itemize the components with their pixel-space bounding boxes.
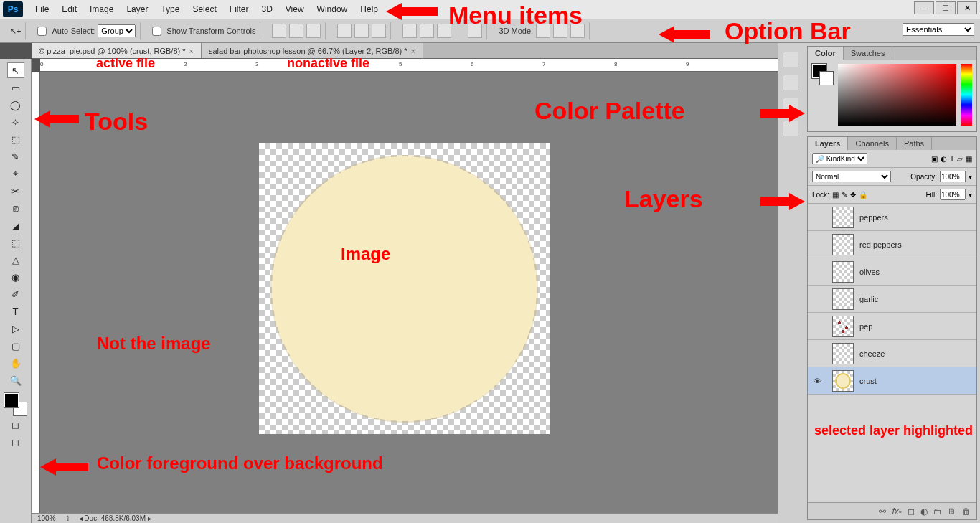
tool-9[interactable]: ◢ — [7, 217, 24, 233]
dist-center-icon[interactable] — [354, 24, 369, 38]
lock-transparency-icon[interactable]: ▦ — [832, 191, 839, 199]
layer-peppers[interactable]: peppers — [808, 204, 976, 231]
align-middle-icon[interactable] — [420, 24, 434, 38]
layer-thumbnail[interactable] — [832, 288, 854, 310]
screen-mode-icon[interactable]: ◻ — [7, 434, 24, 450]
tool-7[interactable]: ✂ — [7, 183, 24, 199]
tool-14[interactable]: T — [7, 303, 24, 319]
layer-thumbnail[interactable] — [832, 370, 854, 392]
character-icon[interactable] — [783, 98, 798, 113]
color-field[interactable] — [838, 64, 956, 126]
tool-11[interactable]: △ — [7, 252, 24, 268]
properties-icon[interactable] — [783, 75, 798, 90]
menu-item-type[interactable]: Type — [154, 4, 186, 14]
lock-all-icon[interactable]: 🔒 — [859, 191, 867, 199]
layer-mask-icon[interactable]: ◻ — [908, 506, 915, 517]
minimize-button[interactable]: — — [914, 1, 934, 14]
menu-item-3d[interactable]: 3D — [255, 4, 278, 14]
zoom-level[interactable]: 100% — [37, 514, 56, 522]
fill-dropdown-icon[interactable]: ▾ — [969, 191, 972, 199]
tab-close-icon[interactable]: × — [411, 47, 415, 55]
menu-item-select[interactable]: Select — [186, 4, 222, 14]
layer-fx-icon[interactable]: fx▫ — [892, 506, 902, 517]
align-left-icon[interactable] — [272, 24, 286, 38]
layer-red-peppers[interactable]: red peppers — [808, 231, 976, 258]
tool-18[interactable]: 🔍 — [7, 372, 24, 388]
dist-right-icon[interactable] — [372, 24, 386, 38]
canvas-area[interactable] — [40, 72, 778, 513]
history-icon[interactable] — [783, 52, 798, 67]
restore-button[interactable]: ☐ — [936, 1, 956, 14]
layer-crust[interactable]: 👁crust — [808, 367, 976, 395]
auto-select-target[interactable]: Group — [98, 24, 136, 37]
3d-pan-icon[interactable] — [570, 24, 585, 38]
tool-12[interactable]: ◉ — [7, 269, 24, 285]
swatches-tab[interactable]: Swatches — [844, 47, 893, 60]
tool-0[interactable]: ↖ — [7, 62, 24, 78]
menu-item-layer[interactable]: Layer — [120, 4, 154, 14]
3d-roll-icon[interactable] — [553, 24, 567, 38]
new-layer-icon[interactable]: 🗎 — [948, 506, 956, 517]
color-tab[interactable]: Color — [808, 47, 844, 60]
filter-adjust-icon[interactable]: ◐ — [941, 155, 947, 163]
document-tab-0[interactable]: © pizza_pie.psd @ 100% (crust, RGB/8) *× — [32, 43, 202, 58]
tool-4[interactable]: ⬚ — [7, 131, 24, 147]
layer-thumbnail[interactable] — [832, 234, 854, 255]
tool-6[interactable]: ⌖ — [7, 166, 24, 182]
tool-1[interactable]: ▭ — [7, 80, 24, 95]
lock-position-icon[interactable]: ✥ — [850, 191, 856, 199]
menu-item-view[interactable]: View — [279, 4, 311, 14]
background-chip[interactable] — [819, 71, 834, 85]
menu-item-window[interactable]: Window — [311, 4, 354, 14]
3d-orbit-icon[interactable] — [536, 24, 550, 38]
paths-tab[interactable]: Paths — [897, 137, 932, 150]
workspace-select[interactable]: Essentials — [903, 23, 974, 36]
menu-item-file[interactable]: File — [29, 4, 55, 14]
layer-garlic[interactable]: garlic — [808, 286, 976, 313]
document-tab-1[interactable]: salad bar photoshop lesson @ 66.7% (Laye… — [202, 43, 423, 58]
menu-item-image[interactable]: Image — [83, 4, 120, 14]
layer-visibility-icon[interactable]: 👁 — [808, 377, 826, 385]
opacity-dropdown-icon[interactable]: ▾ — [969, 173, 972, 181]
tool-13[interactable]: ✐ — [7, 286, 24, 302]
layer-filter-select[interactable]: 🔎 KindKind — [812, 153, 867, 164]
share-icon[interactable]: ⇪ — [65, 514, 70, 522]
tab-close-icon[interactable]: × — [189, 47, 194, 55]
tool-10[interactable]: ⬚ — [7, 235, 24, 250]
align-top-icon[interactable] — [402, 24, 417, 38]
channels-tab[interactable]: Channels — [848, 137, 896, 150]
layer-cheeze[interactable]: cheeze — [808, 340, 976, 367]
align-center-icon[interactable] — [289, 24, 303, 38]
adjustment-layer-icon[interactable]: ◐ — [920, 506, 928, 517]
menu-item-filter[interactable]: Filter — [223, 4, 255, 14]
tool-17[interactable]: ✋ — [7, 355, 24, 371]
show-transform-checkbox[interactable] — [152, 27, 161, 36]
dist-left-icon[interactable] — [337, 24, 352, 38]
filter-type-icon[interactable]: T — [950, 155, 954, 163]
tool-16[interactable]: ▢ — [7, 338, 24, 354]
filter-smart-icon[interactable]: ▦ — [966, 155, 972, 163]
tool-5[interactable]: ✎ — [7, 149, 24, 164]
3d-icon[interactable] — [783, 121, 798, 136]
layer-thumbnail[interactable] — [832, 343, 854, 364]
tool-2[interactable]: ◯ — [7, 97, 24, 113]
filter-shape-icon[interactable]: ▱ — [957, 155, 963, 163]
tool-3[interactable]: ✧ — [7, 114, 24, 130]
foreground-color-swatch[interactable] — [4, 393, 19, 407]
close-button[interactable]: ✕ — [957, 1, 977, 14]
delete-layer-icon[interactable]: 🗑 — [962, 506, 971, 517]
align-right-icon[interactable] — [306, 24, 321, 38]
document-canvas[interactable] — [259, 143, 550, 434]
layer-olives[interactable]: olives — [808, 258, 976, 286]
fg-bg-swatches[interactable] — [4, 393, 27, 416]
blend-mode-select[interactable]: Normal — [812, 171, 891, 182]
fill-input[interactable] — [940, 189, 966, 200]
color-chips[interactable] — [812, 64, 834, 85]
opacity-input[interactable] — [940, 171, 966, 182]
layer-thumbnail[interactable] — [832, 207, 854, 228]
quick-mask-icon[interactable]: ◻ — [7, 417, 24, 433]
auto-align-icon[interactable] — [468, 24, 482, 38]
tool-8[interactable]: ⎚ — [7, 200, 24, 216]
layer-thumbnail[interactable] — [832, 316, 854, 337]
menu-item-help[interactable]: Help — [354, 4, 385, 14]
